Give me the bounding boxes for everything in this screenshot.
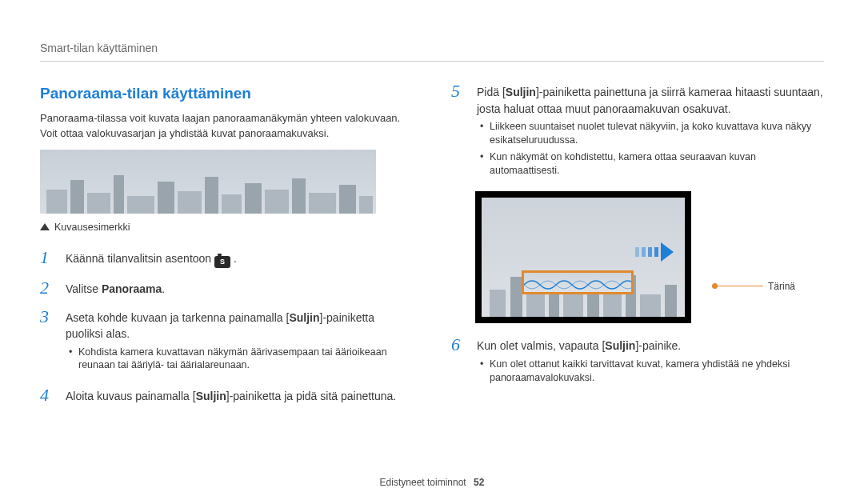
step-2: 2 Valitse Panoraama.: [40, 279, 413, 297]
step-sub-bullet: Liikkeen suuntaiset nuolet tulevat näkyv…: [490, 120, 824, 147]
step-text: ]-painiketta ja pidä sitä painettuna.: [226, 390, 396, 402]
step-3: 3 Aseta kohde kuvaan ja tarkenna painama…: [40, 308, 413, 375]
camera-preview-frame: [475, 191, 691, 323]
right-column: 5 Pidä [Suljin]-painiketta painettuna ja…: [451, 82, 824, 418]
example-caption: Kuvausesimerkki: [40, 220, 413, 234]
triangle-up-icon: [40, 223, 50, 230]
content-columns: Panoraama-tilan käyttäminen Panoraama-ti…: [40, 82, 824, 418]
step-1: 1 Käännä tilanvalitsin asentoon S .: [40, 249, 413, 268]
step-bold: Suljin: [506, 86, 536, 98]
steps-list-right: 5 Pidä [Suljin]-painiketta painettuna ja…: [451, 82, 824, 180]
callout-label: Tärinä: [768, 280, 795, 294]
step-number: 1: [40, 249, 54, 268]
intro-paragraph: Panoraama-tilassa voit kuvata laajan pan…: [40, 111, 413, 142]
step-text: Valitse: [66, 282, 102, 295]
step-text: Pidä [: [477, 86, 506, 98]
direction-arrow-icon: [635, 242, 674, 262]
step-number: 5: [451, 82, 466, 180]
step-text: .: [234, 252, 237, 265]
step-text: Aloita kuvaus painamalla [: [66, 390, 196, 402]
step-bold: Panoraama: [102, 282, 162, 295]
caption-text: Kuvausesimerkki: [54, 220, 130, 234]
page-footer: Edistyneet toiminnot 52: [0, 476, 864, 490]
step-text: .: [162, 282, 165, 295]
preview-wrapper: Tärinä: [451, 191, 824, 323]
step-6: 6 Kun olet valmis, vapauta [Suljin]-pain…: [451, 336, 824, 387]
step-bold: Suljin: [605, 339, 635, 352]
step-sub-bullet: Kun olet ottanut kaikki tarvittavat kuva…: [490, 358, 824, 385]
step-number: 3: [40, 308, 54, 375]
step-bold: Suljin: [196, 390, 226, 402]
step-number: 2: [40, 279, 54, 297]
step-text: ]-painike.: [635, 339, 681, 352]
capture-strip: [522, 270, 634, 294]
step-text: Käännä tilanvalitsin asentoon: [66, 252, 214, 265]
step-5: 5 Pidä [Suljin]-painiketta painettuna ja…: [451, 82, 824, 180]
section-title: Panoraama-tilan käyttäminen: [40, 82, 413, 105]
step-number: 6: [451, 336, 466, 387]
step-number: 4: [40, 386, 54, 407]
step-sub-bullet: Kohdista kamera kuvattavan näkymän ääriv…: [78, 346, 413, 373]
page-number: 52: [474, 477, 484, 488]
shake-wave-icon: [524, 273, 634, 294]
left-column: Panoraama-tilan käyttäminen Panoraama-ti…: [40, 82, 413, 418]
step-text: Kun olet valmis, vapauta [: [477, 339, 605, 352]
panorama-example-image: [40, 150, 376, 214]
footer-section: Edistyneet toiminnot: [380, 477, 466, 488]
step-text: Aseta kohde kuvaan ja tarkenna painamall…: [66, 311, 289, 324]
breadcrumb: Smart-tilan käyttäminen: [40, 40, 824, 62]
steps-list-right-2: 6 Kun olet valmis, vapauta [Suljin]-pain…: [451, 336, 824, 387]
step-sub-bullet: Kun näkymät on kohdistettu, kamera ottaa…: [490, 150, 824, 178]
step-4: 4 Aloita kuvaus painamalla [Suljin]-pain…: [40, 386, 413, 407]
step-bold: Suljin: [289, 311, 319, 324]
callout-line: [715, 286, 763, 286]
mode-dial-icon: S: [214, 256, 230, 268]
steps-list-left: 1 Käännä tilanvalitsin asentoon S . 2 Va…: [40, 249, 413, 408]
camera-preview-inner: [482, 198, 685, 317]
